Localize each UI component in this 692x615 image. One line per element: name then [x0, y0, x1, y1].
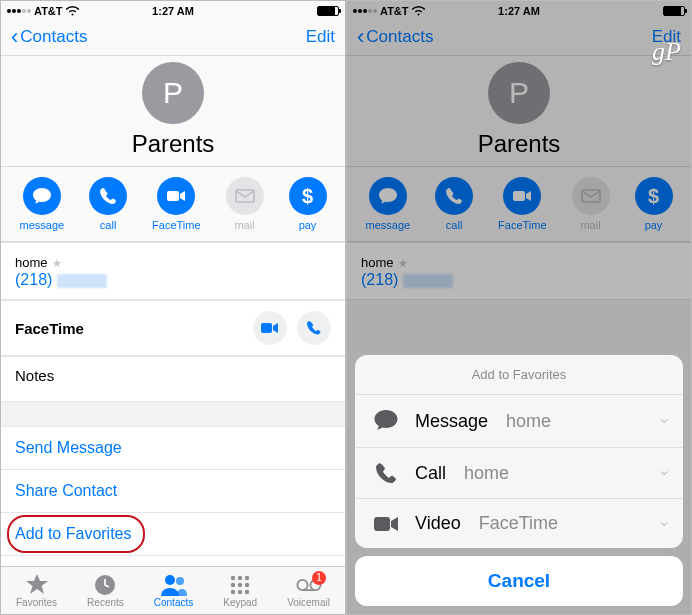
contact-header: P Parents: [1, 56, 345, 167]
watermark: gP: [652, 37, 681, 67]
cancel-button[interactable]: Cancel: [355, 556, 683, 606]
svg-rect-0: [167, 191, 179, 201]
back-button[interactable]: ‹ Contacts: [11, 27, 87, 47]
message-label: message: [19, 219, 64, 231]
facetime-action[interactable]: FaceTime: [152, 177, 201, 231]
svg-point-5: [176, 577, 184, 585]
facetime-audio-button[interactable]: [297, 311, 331, 345]
chevron-left-icon: ‹: [11, 30, 18, 44]
share-contact-link[interactable]: Share Contact: [1, 470, 345, 513]
message-action[interactable]: message: [19, 177, 64, 231]
carrier-label: AT&T: [34, 5, 63, 17]
sheet-row-call[interactable]: Call home ›: [355, 448, 683, 499]
tab-recents[interactable]: Recents: [87, 574, 124, 608]
phone-value: (218): [15, 271, 52, 288]
sheet-kind: Video: [415, 513, 461, 534]
sheet-detail: home: [506, 411, 551, 432]
facetime-cell: FaceTime: [1, 300, 345, 356]
svg-rect-19: [582, 190, 600, 202]
contact-name: Parents: [1, 130, 345, 158]
mail-action: mail: [226, 177, 264, 231]
contact-name: Parents: [347, 130, 691, 158]
star-icon: [24, 574, 50, 596]
mail-label: mail: [234, 219, 254, 231]
pay-action[interactable]: $pay: [635, 177, 673, 231]
call-action[interactable]: call: [435, 177, 473, 231]
star-icon: ★: [52, 257, 62, 269]
edit-button[interactable]: Edit: [306, 27, 335, 47]
svg-point-13: [238, 589, 242, 593]
clock-icon: [92, 574, 118, 596]
keypad-icon: [227, 574, 253, 596]
notes-cell[interactable]: Notes: [1, 356, 345, 402]
mail-action: mail: [572, 177, 610, 231]
notes-label: Notes: [15, 367, 54, 384]
sheet-row-message[interactable]: Message home ›: [355, 395, 683, 448]
sheet-row-video[interactable]: Video FaceTime ›: [355, 499, 683, 548]
tab-contacts[interactable]: Contacts: [154, 574, 193, 608]
svg-rect-1: [236, 190, 254, 202]
tab-favorites[interactable]: Favorites: [16, 574, 57, 608]
chevron-down-icon: ›: [655, 521, 673, 526]
star-icon: ★: [398, 257, 408, 269]
chevron-left-icon: ‹: [357, 30, 364, 44]
phone-cell[interactable]: home ★ (218): [1, 242, 345, 300]
send-message-link[interactable]: Send Message: [1, 426, 345, 470]
svg-point-7: [238, 575, 242, 579]
facetime-label: FaceTime: [152, 219, 201, 231]
pay-label: pay: [299, 219, 317, 231]
action-row: message call FaceTime mail $pay: [347, 167, 691, 242]
facetime-cell-label: FaceTime: [15, 320, 84, 337]
facetime-action[interactable]: FaceTime: [498, 177, 547, 231]
sheet-kind: Call: [415, 463, 446, 484]
svg-rect-18: [513, 191, 525, 201]
person-icon: [161, 574, 187, 596]
phone-right: AT&T 1:27 AM ‹ Contacts Edit P Parents m…: [347, 1, 691, 614]
carrier-label: AT&T: [380, 5, 409, 17]
sheet-title: Add to Favorites: [355, 355, 683, 395]
avatar: P: [142, 62, 204, 124]
call-label: call: [100, 219, 117, 231]
action-sheet: Add to Favorites Message home › Call hom…: [355, 355, 683, 606]
svg-point-10: [238, 582, 242, 586]
pay-action[interactable]: $ pay: [289, 177, 327, 231]
message-icon: [371, 409, 401, 433]
svg-point-4: [165, 575, 175, 585]
phone-icon: [371, 462, 401, 484]
back-label: Contacts: [20, 27, 87, 47]
phone-label: home: [15, 255, 48, 270]
back-label: Contacts: [366, 27, 433, 47]
svg-point-6: [231, 575, 235, 579]
svg-point-15: [297, 579, 307, 589]
status-bar: AT&T 1:27 AM: [1, 1, 345, 19]
signal-icon: [353, 9, 377, 13]
tab-bar: Favorites Recents Contacts Keypad Voicem…: [1, 566, 345, 614]
redacted: [57, 274, 107, 288]
nav-bar: ‹ Contacts Edit: [347, 19, 691, 56]
redacted: [403, 274, 453, 288]
message-action[interactable]: message: [365, 177, 410, 231]
signal-icon: [7, 9, 31, 13]
tab-voicemail[interactable]: Voicemail 1: [287, 574, 330, 608]
add-to-favorites-link[interactable]: Add to Favorites: [1, 513, 345, 556]
sheet-detail: FaceTime: [479, 513, 558, 534]
back-button[interactable]: ‹ Contacts: [357, 27, 433, 47]
chevron-down-icon: ›: [655, 470, 673, 475]
video-icon: [371, 515, 401, 533]
action-row: message call FaceTime mail $ pay: [1, 167, 345, 242]
phone-cell[interactable]: home ★ (218): [347, 242, 691, 300]
svg-point-8: [245, 575, 249, 579]
svg-rect-2: [261, 323, 272, 333]
sheet-kind: Message: [415, 411, 488, 432]
tab-keypad[interactable]: Keypad: [223, 574, 257, 608]
badge: 1: [312, 571, 326, 585]
avatar: P: [488, 62, 550, 124]
svg-point-12: [231, 589, 235, 593]
wifi-icon: [66, 6, 79, 16]
contact-header: P Parents: [347, 56, 691, 167]
facetime-video-button[interactable]: [253, 311, 287, 345]
wifi-icon: [412, 6, 425, 16]
sheet-detail: home: [464, 463, 509, 484]
status-bar: AT&T 1:27 AM: [347, 1, 691, 19]
call-action[interactable]: call: [89, 177, 127, 231]
